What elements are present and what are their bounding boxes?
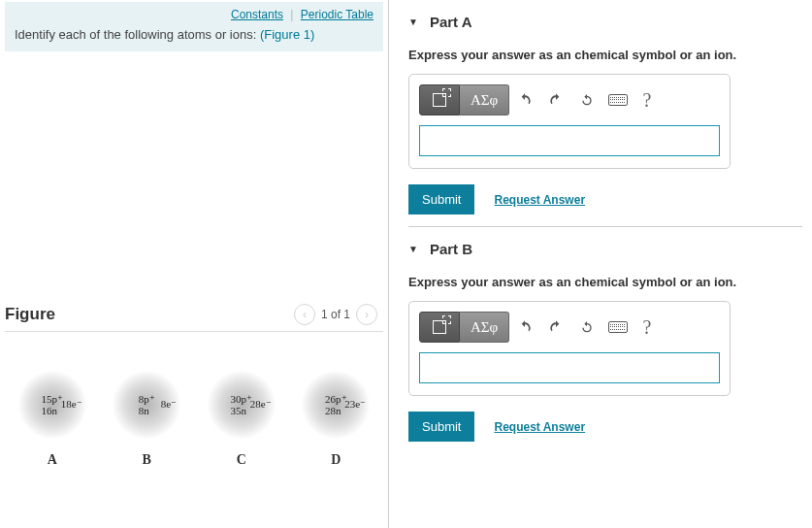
redo-button[interactable] bbox=[540, 313, 571, 342]
figure-pager: ‹ 1 of 1 › bbox=[288, 304, 383, 325]
atom-c-label: C bbox=[208, 452, 276, 468]
atom-d-neutrons: 28n bbox=[325, 405, 347, 416]
keyboard-button[interactable] bbox=[602, 85, 633, 115]
help-button[interactable]: ? bbox=[633, 313, 661, 342]
figure-reference-link[interactable]: (Figure 1) bbox=[260, 27, 314, 42]
pager-prev-button[interactable]: ‹ bbox=[294, 304, 315, 325]
part-a-answer-input[interactable] bbox=[419, 125, 720, 156]
part-a-answer-box: ΑΣφ ? bbox=[408, 74, 731, 169]
template-icon bbox=[433, 93, 446, 107]
pager-next-button[interactable]: › bbox=[356, 304, 377, 325]
template-button[interactable] bbox=[419, 84, 460, 116]
greek-button[interactable]: ΑΣφ bbox=[460, 84, 509, 116]
reset-button[interactable] bbox=[571, 85, 602, 115]
atom-b-neutrons: 8n bbox=[139, 405, 155, 416]
constants-link[interactable]: Constants bbox=[231, 8, 283, 21]
undo-icon bbox=[517, 319, 533, 335]
part-b-title: Part B bbox=[430, 241, 472, 257]
atom-d-electrons: 23e⁻ bbox=[344, 398, 366, 411]
template-icon bbox=[433, 320, 446, 334]
part-a-submit-button[interactable]: Submit bbox=[408, 184, 474, 214]
atom-a-label: A bbox=[18, 452, 86, 468]
reset-icon bbox=[579, 319, 595, 335]
atom-c-electrons: 28e⁻ bbox=[250, 398, 272, 411]
part-b: ▼ Part B Express your answer as an chemi… bbox=[408, 241, 802, 453]
part-a-instruction: Express your answer as an chemical symbo… bbox=[408, 48, 802, 62]
atom-b: 8p⁺ 8n 8e⁻ B bbox=[113, 371, 180, 468]
part-b-answer-input[interactable] bbox=[419, 352, 720, 383]
part-a-request-answer-link[interactable]: Request Answer bbox=[494, 193, 585, 207]
atom-a-electrons: 18e⁻ bbox=[61, 398, 82, 411]
keyboard-icon bbox=[608, 321, 628, 333]
undo-icon bbox=[517, 92, 533, 108]
atom-a: 15p⁺ 16n 18e⁻ A bbox=[18, 371, 86, 468]
atom-d-protons: 26p⁺ bbox=[325, 393, 347, 405]
undo-button[interactable] bbox=[509, 313, 540, 342]
problem-prompt: Identify each of the following atoms or … bbox=[15, 27, 374, 42]
collapse-icon: ▼ bbox=[408, 244, 418, 254]
atom-a-protons: 15p⁺ bbox=[42, 393, 64, 405]
part-b-toolbar: ΑΣφ ? bbox=[419, 312, 720, 343]
atom-c-neutrons: 35n bbox=[231, 405, 253, 416]
figure-title: Figure bbox=[5, 305, 55, 324]
part-a-toolbar: ΑΣφ ? bbox=[419, 84, 720, 116]
keyboard-button[interactable] bbox=[602, 313, 633, 342]
figure-section: Figure ‹ 1 of 1 › 15p⁺ 16n 18e⁻ bbox=[5, 304, 383, 468]
atom-b-protons: 8p⁺ bbox=[139, 393, 155, 405]
part-b-request-answer-link[interactable]: Request Answer bbox=[494, 420, 585, 434]
pager-label: 1 of 1 bbox=[321, 308, 350, 321]
atom-b-label: B bbox=[113, 452, 180, 468]
part-b-header[interactable]: ▼ Part B bbox=[408, 241, 802, 257]
reset-icon bbox=[579, 92, 595, 108]
atoms-row: 15p⁺ 16n 18e⁻ A 8p⁺ 8n 8e⁻ bbox=[5, 371, 383, 468]
link-separator: | bbox=[290, 8, 293, 21]
header-links: Constants | Periodic Table bbox=[15, 8, 374, 27]
part-b-answer-box: ΑΣφ ? bbox=[408, 301, 731, 396]
atom-b-electrons: 8e⁻ bbox=[161, 398, 177, 411]
atom-c-protons: 30p⁺ bbox=[231, 393, 253, 405]
part-a-title: Part A bbox=[430, 14, 472, 30]
atom-d: 26p⁺ 28n 23e⁻ D bbox=[302, 371, 370, 468]
part-b-submit-button[interactable]: Submit bbox=[408, 412, 474, 442]
redo-icon bbox=[548, 92, 564, 108]
part-b-instruction: Express your answer as an chemical symbo… bbox=[408, 275, 802, 289]
template-button[interactable] bbox=[419, 312, 460, 343]
undo-button[interactable] bbox=[509, 85, 540, 115]
periodic-table-link[interactable]: Periodic Table bbox=[301, 8, 374, 21]
collapse-icon: ▼ bbox=[408, 16, 418, 27]
keyboard-icon bbox=[608, 94, 628, 106]
atom-d-label: D bbox=[302, 452, 370, 468]
part-a-header[interactable]: ▼ Part A bbox=[408, 14, 802, 30]
greek-button[interactable]: ΑΣφ bbox=[460, 312, 509, 343]
atom-c: 30p⁺ 35n 28e⁻ C bbox=[208, 371, 276, 468]
atom-a-neutrons: 16n bbox=[42, 405, 64, 416]
prompt-text: Identify each of the following atoms or … bbox=[15, 27, 256, 42]
redo-button[interactable] bbox=[540, 85, 571, 115]
part-a: ▼ Part A Express your answer as an chemi… bbox=[408, 14, 802, 227]
help-button[interactable]: ? bbox=[633, 85, 661, 115]
problem-info-box: Constants | Periodic Table Identify each… bbox=[5, 2, 383, 51]
redo-icon bbox=[548, 319, 564, 335]
reset-button[interactable] bbox=[571, 313, 602, 342]
